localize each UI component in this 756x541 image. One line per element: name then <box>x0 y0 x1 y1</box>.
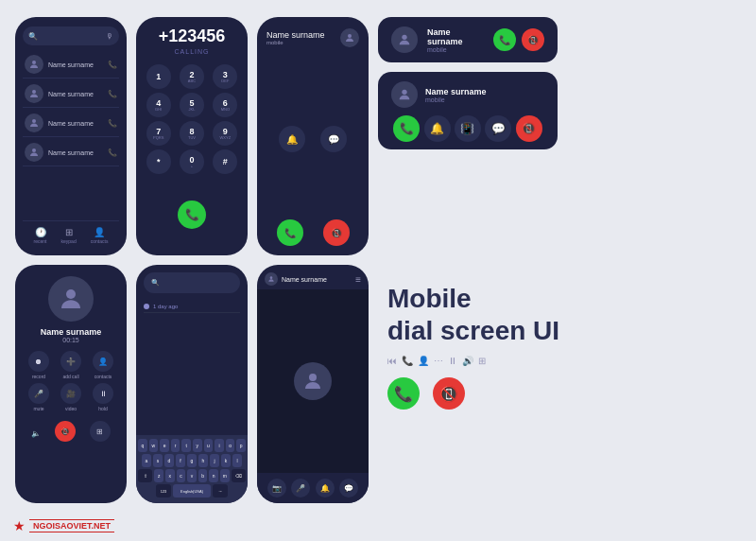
key-d[interactable]: d <box>164 454 174 467</box>
keyboard-phone: 🔍 1 day ago q w e r t y u i o <box>136 265 248 503</box>
notif-decline-btn[interactable]: 📵 <box>516 115 542 142</box>
key-f[interactable]: f <box>176 454 185 467</box>
dot <box>144 304 149 309</box>
key-g[interactable]: g <box>187 454 197 467</box>
key-1[interactable]: 1 <box>146 64 171 89</box>
key-2[interactable]: 2ABC <box>180 64 204 89</box>
key-shift[interactable]: ⇧ <box>138 469 152 482</box>
notif-voicemail-btn[interactable]: 📳 <box>455 115 481 142</box>
key-8[interactable]: 8TUV <box>180 121 204 146</box>
notif-lg-header: Name surname mobile <box>391 81 544 108</box>
icon-phone: 📞 <box>402 356 413 366</box>
notif-accept-btn[interactable]: 📞 <box>493 28 516 51</box>
nav-label: contacts <box>91 238 109 244</box>
key-v[interactable]: v <box>187 469 197 482</box>
action-label: mute <box>33 406 43 411</box>
keyboard-row-1: q w e r t y u i o p <box>138 439 246 452</box>
contact-row[interactable]: Name surname 📞 <box>23 51 119 79</box>
watermark: ★ NGOISAOVIET.NET <box>13 518 114 533</box>
key-4[interactable]: 4GHI <box>146 93 171 117</box>
key-u[interactable]: u <box>204 439 214 452</box>
contact-row[interactable]: Name surname 📞 <box>23 139 119 166</box>
key-a[interactable]: a <box>142 454 151 467</box>
chat-btn[interactable]: 💬 <box>320 126 347 152</box>
key-3[interactable]: 3DEF <box>213 64 237 89</box>
clock-icon: 🕐 <box>35 227 46 237</box>
add-call-btn[interactable]: ➕ add call <box>57 351 85 379</box>
key-x[interactable]: x <box>165 469 175 482</box>
decline-call-btn[interactable]: 📵 <box>323 219 350 246</box>
key-s[interactable]: s <box>153 454 163 467</box>
key-o[interactable]: o <box>226 439 235 452</box>
mute-btn[interactable]: 🎤 mute <box>25 383 53 411</box>
contacts-btn[interactable]: 👤 contacts <box>89 351 117 379</box>
nav-recent[interactable]: 🕐 recent <box>34 227 47 244</box>
dial-call-button[interactable]: 📞 <box>178 201 206 229</box>
page-title: Mobile dial screen UI <box>387 283 741 346</box>
key-hash[interactable]: # <box>213 149 237 174</box>
search-bar[interactable]: 🔍 🎙 <box>23 26 119 45</box>
grid-button[interactable]: ⊞ <box>90 421 111 442</box>
key-5[interactable]: 5JKL <box>180 93 204 117</box>
active-call-phone: Name surname 00:15 ⏺ record ➕ add call 👤… <box>15 265 127 503</box>
video-chat-btn[interactable]: 💬 <box>339 479 358 497</box>
keyboard-search[interactable]: 🔍 <box>144 272 240 293</box>
key-6[interactable]: 6MNO <box>213 93 237 117</box>
key-9[interactable]: 9WXYZ <box>213 121 237 146</box>
nav-contacts[interactable]: 👤 contacts <box>91 227 109 244</box>
end-call-button[interactable]: 📵 <box>55 421 76 442</box>
menu-icon[interactable]: ≡ <box>355 274 361 285</box>
key-i[interactable]: i <box>215 439 224 452</box>
title-line2: dial screen UI <box>387 315 741 347</box>
contacts-icon: 👤 <box>93 351 113 372</box>
key-123[interactable]: 123 <box>156 484 171 497</box>
key-c[interactable]: c <box>177 469 186 482</box>
video-bell-btn[interactable]: 🔔 <box>316 479 335 497</box>
key-k[interactable]: k <box>221 454 231 467</box>
nav-keypad[interactable]: ⊞ keypad <box>61 227 77 244</box>
record-btn[interactable]: ⏺ record <box>25 351 53 379</box>
key-p[interactable]: p <box>236 439 246 452</box>
bell-btn[interactable]: 🔔 <box>279 126 305 152</box>
notif-chat-btn[interactable]: 💬 <box>485 115 511 142</box>
key-space[interactable]: English(USA) <box>173 484 211 497</box>
key-z[interactable]: z <box>154 469 163 482</box>
key-q[interactable]: q <box>138 439 147 452</box>
caller-avatar <box>48 276 94 322</box>
key-star[interactable]: * <box>146 149 171 174</box>
key-enter[interactable]: → <box>213 484 228 497</box>
key-h[interactable]: h <box>198 454 208 467</box>
large-decline-btn[interactable]: 📵 <box>433 377 465 410</box>
video-btn[interactable]: 🎥 video <box>57 383 85 411</box>
svg-point-5 <box>348 34 352 38</box>
key-l[interactable]: l <box>232 454 242 467</box>
key-e[interactable]: e <box>160 439 169 452</box>
notif-accept-btn[interactable]: 📞 <box>393 115 420 142</box>
key-n[interactable]: n <box>209 469 218 482</box>
large-accept-btn[interactable]: 📞 <box>387 377 420 410</box>
key-j[interactable]: j <box>210 454 219 467</box>
notif-decline-btn[interactable]: 📵 <box>522 28 544 51</box>
key-b[interactable]: b <box>198 469 208 482</box>
key-t[interactable]: t <box>181 439 191 452</box>
video-mic-btn[interactable]: 🎤 <box>291 479 310 497</box>
contact-name: Name surname <box>48 91 103 97</box>
svg-point-9 <box>402 90 406 95</box>
notif-sub: mobile <box>425 96 544 103</box>
key-y[interactable]: y <box>193 439 202 452</box>
accept-call-btn[interactable]: 📞 <box>277 219 303 246</box>
key-backspace[interactable]: ⌫ <box>232 469 246 482</box>
contact-row[interactable]: Name surname 📞 <box>23 80 119 108</box>
contact-row[interactable]: Name surname 📞 <box>23 110 119 137</box>
key-r[interactable]: r <box>171 439 180 452</box>
key-7[interactable]: 7PQRS <box>146 121 171 146</box>
key-m[interactable]: m <box>220 469 230 482</box>
hold-btn[interactable]: ⏸ hold <box>89 383 117 411</box>
title-line1: Mobile <box>387 283 741 315</box>
key-w[interactable]: w <box>149 439 159 452</box>
key-0[interactable]: 0+ <box>180 149 204 174</box>
notif-bell-btn[interactable]: 🔔 <box>424 115 451 142</box>
contact-name: Name surname <box>48 149 103 156</box>
video-camera-btn[interactable]: 📷 <box>267 479 286 497</box>
mute-icon: 🎤 <box>28 383 49 404</box>
